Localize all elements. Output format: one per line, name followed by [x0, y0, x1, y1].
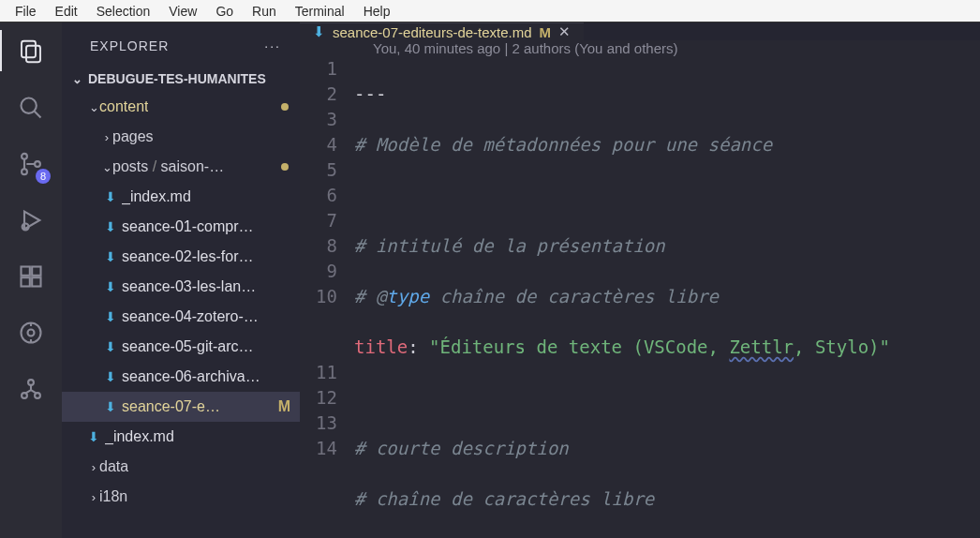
explorer-icon[interactable] — [15, 36, 47, 67]
svg-point-14 — [28, 330, 35, 336]
extensions-icon[interactable] — [15, 261, 47, 292]
menu-view[interactable]: View — [159, 2, 206, 21]
folder-posts[interactable]: ⌄ posts / saison-… — [62, 152, 300, 182]
menu-help[interactable]: Help — [354, 2, 400, 21]
menu-go[interactable]: Go — [206, 2, 243, 21]
markdown-file-icon: ⬇ — [105, 399, 116, 414]
line-number-gutter: 1 2 3 4 5 6 7 8 9 10 11 12 13 14 — [300, 56, 354, 538]
scm-badge: 8 — [36, 169, 51, 184]
svg-rect-0 — [22, 41, 36, 58]
markdown-file-icon: ⬇ — [105, 189, 116, 204]
chevron-down-icon: ⌄ — [88, 100, 99, 114]
markdown-file-icon: ⬇ — [105, 279, 116, 294]
markdown-file-icon: ⬇ — [105, 369, 116, 384]
tab-bar: ⬇ seance-07-editeurs-de-texte.md M ✕ — [300, 22, 980, 40]
search-icon[interactable] — [15, 92, 47, 124]
svg-rect-11 — [22, 277, 30, 286]
sidebar-title: EXPLORER — [90, 38, 169, 53]
file-index[interactable]: ⬇_index.md — [62, 182, 300, 212]
git-blame-annotation: You, 40 minutes ago | 2 authors (You and… — [300, 40, 980, 56]
sidebar-more-icon[interactable]: ··· — [264, 38, 281, 53]
remote-icon[interactable] — [15, 317, 47, 349]
modified-dot-icon — [281, 163, 289, 171]
svg-rect-9 — [22, 267, 30, 276]
svg-rect-10 — [32, 267, 40, 276]
folder-data[interactable]: ›data — [62, 452, 300, 482]
chevron-right-icon: › — [101, 130, 112, 144]
menu-selection[interactable]: Selection — [87, 2, 160, 21]
file-seance-03[interactable]: ⬇seance-03-les-lan… — [62, 272, 300, 302]
close-icon[interactable]: ✕ — [558, 23, 571, 40]
svg-rect-12 — [32, 277, 40, 286]
menu-terminal[interactable]: Terminal — [286, 2, 354, 21]
path-separator: / — [148, 158, 160, 175]
folder-label: posts — [112, 158, 148, 175]
markdown-file-icon: ⬇ — [105, 339, 116, 354]
svg-marker-7 — [24, 212, 39, 230]
svg-point-5 — [22, 169, 27, 174]
tab-filename: seance-07-editeurs-de-texte.md — [333, 24, 532, 40]
code-lines[interactable]: --- # Modèle de métadonnées pour une séa… — [354, 56, 980, 538]
folder-label: content — [99, 98, 148, 115]
svg-point-6 — [35, 161, 40, 167]
activity-bar: 8 — [0, 22, 62, 538]
code-area[interactable]: 1 2 3 4 5 6 7 8 9 10 11 12 13 14 --- # M… — [300, 56, 980, 538]
project-header[interactable]: ⌄ DEBUGUE-TES-HUMANITES — [62, 69, 300, 88]
markdown-file-icon: ⬇ — [105, 249, 116, 264]
svg-point-4 — [22, 154, 27, 159]
markdown-file-icon: ⬇ — [313, 23, 325, 40]
svg-rect-1 — [26, 46, 40, 63]
file-seance-04[interactable]: ⬇seance-04-zotero-… — [62, 302, 300, 332]
editor: ⬇ seance-07-editeurs-de-texte.md M ✕ con… — [300, 22, 980, 538]
file-seance-02[interactable]: ⬇seance-02-les-for… — [62, 242, 300, 272]
svg-point-15 — [28, 380, 34, 385]
sidebar: EXPLORER ··· ⌄ DEBUGUE-TES-HUMANITES ⌄ c… — [62, 22, 300, 538]
modified-badge: M — [540, 24, 552, 40]
tab-seance-07[interactable]: ⬇ seance-07-editeurs-de-texte.md M ✕ — [300, 22, 584, 40]
menu-edit[interactable]: Edit — [46, 2, 87, 21]
file-root-index[interactable]: ⬇_index.md — [62, 422, 300, 452]
chevron-right-icon: › — [88, 490, 99, 504]
menu-file[interactable]: File — [6, 2, 46, 21]
markdown-file-icon: ⬇ — [105, 219, 116, 234]
folder-pages[interactable]: › pages — [62, 122, 300, 152]
menubar: File Edit Selection View Go Run Terminal… — [0, 0, 980, 22]
svg-line-3 — [35, 112, 41, 118]
modified-dot-icon — [281, 103, 289, 111]
chevron-down-icon: ⌄ — [101, 160, 112, 174]
file-seance-06[interactable]: ⬇seance-06-archiva… — [62, 362, 300, 392]
chevron-down-icon: ⌄ — [71, 72, 82, 86]
file-seance-05[interactable]: ⬇seance-05-git-arc… — [62, 332, 300, 362]
folder-i18n[interactable]: ›i18n — [62, 482, 300, 512]
debug-icon[interactable] — [15, 204, 47, 236]
svg-point-2 — [22, 98, 37, 113]
menu-run[interactable]: Run — [243, 2, 286, 21]
modified-badge: M — [278, 398, 294, 415]
project-name: DEBUGUE-TES-HUMANITES — [88, 71, 266, 86]
folder-content[interactable]: ⌄ content — [62, 92, 300, 122]
folder-label: saison-… — [161, 158, 225, 175]
markdown-file-icon: ⬇ — [88, 429, 99, 444]
source-control-icon[interactable]: 8 — [15, 148, 47, 180]
file-seance-07[interactable]: ⬇ seance-07-e… M — [62, 392, 300, 422]
git-icon[interactable] — [15, 373, 47, 405]
folder-label: pages — [112, 128, 154, 145]
markdown-file-icon: ⬇ — [105, 309, 116, 324]
file-seance-01[interactable]: ⬇seance-01-compr… — [62, 212, 300, 242]
file-tree: ⌄ content › pages ⌄ posts / saison-… ⬇_i… — [62, 88, 300, 512]
chevron-right-icon: › — [88, 460, 99, 474]
